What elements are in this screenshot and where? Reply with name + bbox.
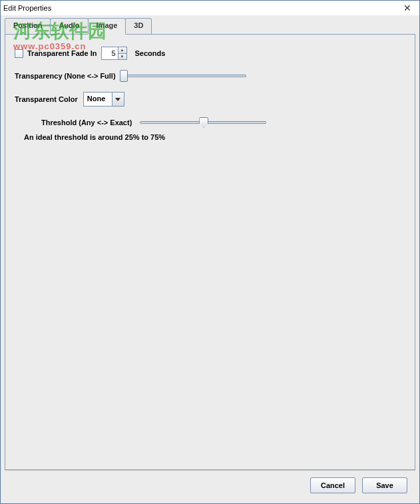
fade-in-seconds-input[interactable] [101,47,118,60]
transparent-color-row: Transparent Color None [15,92,405,107]
spinner-down-icon[interactable]: ▼ [118,53,127,61]
chevron-down-icon[interactable] [112,92,124,107]
window-title: Edit Properties [3,4,398,12]
threshold-note: An ideal threshold is around 25% to 75% [24,133,405,141]
dialog-window: Edit Properties ✕ 河东软件园 www.pc0359.cn Po… [0,0,420,504]
spinner-up-icon[interactable]: ▲ [118,47,127,53]
transparency-row: Transparency (None <-> Full) [15,72,405,80]
tab-bar: Position Audio Image 3D [5,18,415,34]
fade-in-checkbox[interactable] [15,49,23,58]
tab-3d[interactable]: 3D [125,18,152,34]
transparency-label: Transparency (None <-> Full) [15,72,116,80]
tab-image[interactable]: Image [88,18,126,35]
dialog-footer: Cancel Save [5,470,415,499]
seconds-label: Seconds [135,49,166,57]
threshold-thumb[interactable] [199,117,208,128]
threshold-row: Threshold (Any <-> Exact) [41,119,405,126]
close-icon[interactable]: ✕ [398,1,417,15]
save-button[interactable]: Save [362,477,407,493]
transparent-color-select[interactable]: None [83,92,124,107]
fade-in-label: Transparent Fade In [27,49,97,57]
tab-position[interactable]: Position [5,18,51,34]
cancel-button[interactable]: Cancel [310,477,355,493]
transparent-color-label: Transparent Color [15,95,78,103]
transparent-color-value: None [83,92,112,107]
transparency-thumb[interactable] [120,70,128,82]
tab-panel-image: Transparent Fade In ▲ ▼ Seconds Transpar… [5,34,415,470]
fade-in-row: Transparent Fade In ▲ ▼ Seconds [15,47,405,60]
threshold-slider[interactable] [140,121,266,124]
threshold-label: Threshold (Any <-> Exact) [41,119,132,126]
fade-in-spinner: ▲ ▼ [118,47,127,60]
titlebar: Edit Properties ✕ [1,1,419,15]
transparency-slider[interactable] [120,75,246,77]
tab-audio[interactable]: Audio [50,18,88,34]
content: 河东软件园 www.pc0359.cn Position Audio Image… [1,15,419,503]
